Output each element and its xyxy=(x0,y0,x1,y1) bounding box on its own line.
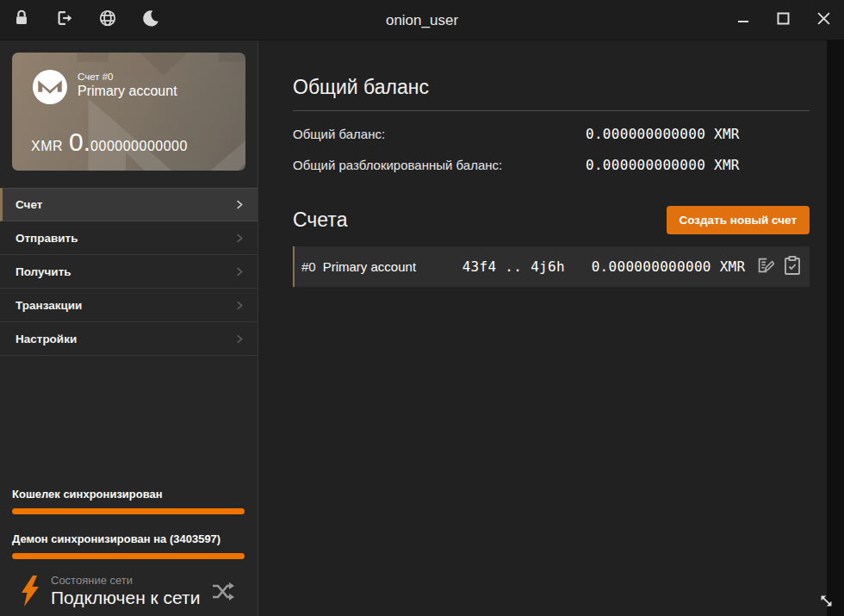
resize-handle[interactable] xyxy=(818,593,835,613)
theme-toggle-button[interactable] xyxy=(129,0,172,40)
close-icon xyxy=(816,11,831,29)
sidebar-item-receive[interactable]: Получить xyxy=(0,255,258,289)
network-status-label: Состояние сети xyxy=(51,574,200,587)
sidebar-item-label: Настройки xyxy=(16,333,77,345)
card-balance: XMR 0. 000000000000 xyxy=(31,128,188,157)
total-balance-value: 0.000000000000 XMR xyxy=(586,126,740,142)
maximize-icon xyxy=(777,12,790,28)
sidebar-item-settings[interactable]: Настройки xyxy=(0,322,258,356)
window-controls xyxy=(723,0,844,40)
wallet-window: onion_user xyxy=(0,0,844,616)
resize-diagonal-icon xyxy=(818,593,835,613)
sidebar-menu: Счет Отправить Получить Транзакции Настр… xyxy=(0,188,258,356)
sidebar-item-label: Отправить xyxy=(16,232,78,245)
logout-icon xyxy=(54,9,75,31)
sidebar-item-label: Транзакции xyxy=(16,299,82,312)
edit-icon xyxy=(755,256,774,278)
card-currency: XMR xyxy=(31,139,63,154)
account-balance: 0.000000000000 XMR xyxy=(592,258,755,275)
titlebar-tools xyxy=(0,0,172,40)
rename-account-button[interactable] xyxy=(755,256,774,278)
copy-address-button[interactable] xyxy=(784,256,801,278)
sidebar-item-label: Получить xyxy=(16,265,71,278)
sidebar-item-account[interactable]: Счет xyxy=(0,188,258,221)
chevron-right-icon xyxy=(233,198,245,211)
account-card: Счет #0 Primary account XMR 0. 000000000… xyxy=(12,53,245,171)
balance-row: Общий баланс: 0.000000000000 XMR xyxy=(293,126,810,142)
card-balance-decimals: 000000000000 xyxy=(90,139,188,154)
sidebar: Счет #0 Primary account XMR 0. 000000000… xyxy=(0,40,258,616)
maximize-button[interactable] xyxy=(763,0,804,40)
lightning-icon xyxy=(20,576,40,607)
sidebar-item-send[interactable]: Отправить xyxy=(0,221,258,255)
chevron-right-icon xyxy=(233,333,245,345)
scrollbar-track[interactable] xyxy=(827,40,844,616)
close-button[interactable] xyxy=(804,0,844,40)
card-balance-whole: 0. xyxy=(69,128,90,157)
sidebar-item-transactions[interactable]: Транзакции xyxy=(0,289,258,322)
lock-wallet-button[interactable] xyxy=(0,0,43,40)
minimize-icon xyxy=(737,12,749,28)
titlebar: onion_user xyxy=(0,0,844,40)
create-account-button[interactable]: Создать новый счет xyxy=(667,206,810,234)
sidebar-item-label: Счет xyxy=(16,198,42,211)
daemon-sync-progressbar xyxy=(12,553,245,559)
unlocked-balance-value: 0.000000000000 XMR xyxy=(586,157,740,173)
accounts-title: Счета xyxy=(293,208,347,232)
network-status: Состояние сети Подключен к сети xyxy=(12,568,245,614)
network-status-value: Подключен к сети xyxy=(51,588,200,608)
chevron-right-icon xyxy=(233,299,245,312)
divider xyxy=(293,110,810,111)
total-balance-label: Общий баланс: xyxy=(293,127,586,141)
unlocked-balance-label: Общий разблокированный баланс: xyxy=(293,158,586,172)
logout-button[interactable] xyxy=(43,0,86,40)
account-index: #0 xyxy=(301,259,316,274)
minimize-button[interactable] xyxy=(723,0,763,40)
globe-icon xyxy=(98,9,117,31)
lock-icon xyxy=(12,9,31,31)
daemon-sync-label: Демон синхронизирован на (3403597) xyxy=(12,532,245,545)
moon-icon xyxy=(141,9,160,31)
card-account-name: Primary account xyxy=(78,84,177,99)
account-name: Primary account xyxy=(323,259,462,274)
total-balance-title: Общий баланс xyxy=(293,40,810,99)
main-panel: Общий баланс Общий баланс: 0.00000000000… xyxy=(258,40,827,616)
wallet-sync-label: Кошелек синхронизирован xyxy=(12,488,245,501)
monero-logo-icon xyxy=(33,70,67,108)
clipboard-check-icon xyxy=(784,256,801,278)
account-row[interactable]: #0 Primary account 43f4 .. 4j6h 0.000000… xyxy=(293,246,810,287)
chevron-right-icon xyxy=(233,232,245,245)
card-account-label: Счет #0 xyxy=(78,72,177,82)
shuffle-network-icon xyxy=(212,582,235,601)
language-button[interactable] xyxy=(86,0,129,40)
account-address-short: 43f4 .. 4j6h xyxy=(462,258,592,275)
sync-status-panel: Кошелек синхронизирован Демон синхронизи… xyxy=(12,488,245,614)
wallet-sync-progressbar xyxy=(12,508,245,514)
chevron-right-icon xyxy=(233,265,245,278)
balance-row: Общий разблокированный баланс: 0.0000000… xyxy=(293,157,810,173)
